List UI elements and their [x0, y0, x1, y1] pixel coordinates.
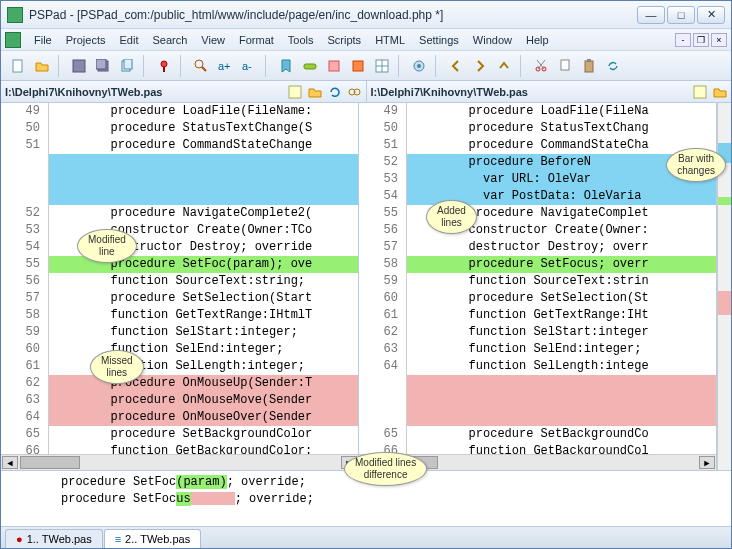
menu-html[interactable]: HTML	[368, 31, 412, 49]
right-code[interactable]: 49 procedure LoadFile(FileNa50 procedure…	[359, 103, 716, 454]
zoom-out-icon[interactable]: a-	[238, 55, 260, 77]
grid-icon[interactable]	[371, 55, 393, 77]
zoom-in-icon[interactable]: a+	[214, 55, 236, 77]
refresh-left-icon[interactable]	[328, 85, 342, 99]
mdi-close-button[interactable]: ×	[711, 33, 727, 47]
code-row[interactable]: 66 function GetBackgroundColor:	[1, 443, 358, 454]
code-row[interactable]: 52 procedure BeforeN	[359, 154, 716, 171]
svg-text:a-: a-	[242, 60, 252, 72]
left-hscroll[interactable]: ◄►	[1, 454, 358, 470]
code-row[interactable]: 59 function SourceText:strin	[359, 273, 716, 290]
left-pane: 49 procedure LoadFile(FileName:50 proced…	[1, 103, 359, 470]
code-row[interactable]: 59 function SelStart:integer;	[1, 324, 358, 341]
code-row[interactable]: 58 procedure SetFocus; overr	[359, 256, 716, 273]
next-diff-icon[interactable]	[469, 55, 491, 77]
find-icon[interactable]	[190, 55, 212, 77]
copy2-icon[interactable]	[554, 55, 576, 77]
up-diff-icon[interactable]	[493, 55, 515, 77]
tab-1-label: 1.. TWeb.pas	[27, 533, 92, 545]
menu-view[interactable]: View	[194, 31, 232, 49]
bookmark-icon[interactable]	[275, 55, 297, 77]
code-row[interactable]: 60 procedure SetSelection(St	[359, 290, 716, 307]
left-code[interactable]: 49 procedure LoadFile(FileName:50 proced…	[1, 103, 358, 454]
toggle-icon[interactable]	[299, 55, 321, 77]
code-row[interactable]	[1, 188, 358, 205]
code-row[interactable]: 51 procedure CommandStateCha	[359, 137, 716, 154]
code-row[interactable]: 50 procedure StatusTextChang	[359, 120, 716, 137]
open-file-icon[interactable]	[31, 55, 53, 77]
code-row[interactable]	[359, 375, 716, 392]
code-row[interactable]: 54 destructor Destroy; override	[1, 239, 358, 256]
code-row[interactable]: 53 var URL: OleVar	[359, 171, 716, 188]
paste-icon[interactable]	[578, 55, 600, 77]
code-row[interactable]: 54 var PostData: OleVaria	[359, 188, 716, 205]
settings-icon[interactable]	[408, 55, 430, 77]
open-left-icon[interactable]	[308, 85, 322, 99]
code-row[interactable]: 51 procedure CommandStateChange	[1, 137, 358, 154]
callout-added: Added lines	[426, 200, 477, 234]
tab-2[interactable]: ≡2.. TWeb.pas	[104, 529, 201, 548]
close-button[interactable]: ✕	[697, 6, 725, 24]
tab-1[interactable]: ●1.. TWeb.pas	[5, 529, 103, 548]
save-icon[interactable]	[68, 55, 90, 77]
code-row[interactable]: 60 function SelEnd:integer;	[1, 341, 358, 358]
code-row[interactable]: 56 constructor Create(Owner:	[359, 222, 716, 239]
menu-file[interactable]: File	[27, 31, 59, 49]
code-row[interactable]: 58 function GetTextRange:IHtmlT	[1, 307, 358, 324]
options-icon[interactable]	[323, 55, 345, 77]
line-number: 64	[359, 358, 407, 375]
menu-help[interactable]: Help	[519, 31, 556, 49]
code-row[interactable]: 62 function SelStart:integer	[359, 324, 716, 341]
new-file-icon[interactable]	[7, 55, 29, 77]
code-row[interactable]: 57 procedure SetSelection(Start	[1, 290, 358, 307]
mdi-restore-button[interactable]: ❐	[693, 33, 709, 47]
window-title: PSPad - [PSPad_com:/public_html/www/incl…	[29, 8, 637, 22]
compare-icon[interactable]	[348, 85, 362, 99]
menu-format[interactable]: Format	[232, 31, 281, 49]
code-row[interactable]: 49 procedure LoadFile(FileNa	[359, 103, 716, 120]
code-row[interactable]	[359, 409, 716, 426]
code-row[interactable]: 52 procedure NavigateComplete2(	[1, 205, 358, 222]
code-row[interactable]	[1, 154, 358, 171]
menu-search[interactable]: Search	[145, 31, 194, 49]
menu-projects[interactable]: Projects	[59, 31, 113, 49]
code-row[interactable]: 65 procedure SetBackgroundCo	[359, 426, 716, 443]
code-row[interactable]: 64 procedure OnMouseOver(Sender	[1, 409, 358, 426]
menu-window[interactable]: Window	[466, 31, 519, 49]
pin-icon[interactable]	[153, 55, 175, 77]
prev-diff-icon[interactable]	[445, 55, 467, 77]
mdi-minimize-button[interactable]: -	[675, 33, 691, 47]
menu-scripts[interactable]: Scripts	[321, 31, 369, 49]
code-row[interactable]: 56 function SourceText:string;	[1, 273, 358, 290]
copy-icon[interactable]	[116, 55, 138, 77]
code-row[interactable]: 65 procedure SetBackgroundColor	[1, 426, 358, 443]
open-right-icon[interactable]	[713, 85, 727, 99]
code-row[interactable]: 50 procedure StatusTextChange(S	[1, 120, 358, 137]
code-row[interactable]: 49 procedure LoadFile(FileName:	[1, 103, 358, 120]
line-text: procedure SetBackgroundColor	[49, 426, 358, 443]
code-row[interactable]: 61 function GetTextRange:IHt	[359, 307, 716, 324]
minimize-button[interactable]: —	[637, 6, 665, 24]
code-row[interactable]: 55 procedure NavigateComplet	[359, 205, 716, 222]
sync-icon[interactable]	[602, 55, 624, 77]
code-row[interactable]: 62 procedure OnMouseUp(Sender:T	[1, 375, 358, 392]
menu-settings[interactable]: Settings	[412, 31, 466, 49]
save-all-icon[interactable]	[92, 55, 114, 77]
maximize-button[interactable]: □	[667, 6, 695, 24]
options2-icon[interactable]	[347, 55, 369, 77]
code-row[interactable]: 55 procedure SetFoc(param); ove	[1, 256, 358, 273]
menu-edit[interactable]: Edit	[112, 31, 145, 49]
code-row[interactable]: 57 destructor Destroy; overr	[359, 239, 716, 256]
menu-tools[interactable]: Tools	[281, 31, 321, 49]
code-row[interactable]	[359, 392, 716, 409]
save-left-icon[interactable]	[288, 85, 302, 99]
code-row[interactable]: 61 function SelLength:integer;	[1, 358, 358, 375]
code-row[interactable]: 53 constructor Create(Owner:TCo	[1, 222, 358, 239]
code-row[interactable]: 63 procedure OnMouseMove(Sender	[1, 392, 358, 409]
save-right-icon[interactable]	[693, 85, 707, 99]
code-row[interactable]	[1, 171, 358, 188]
code-row[interactable]: 66 function GetBackgroundCol	[359, 443, 716, 454]
code-row[interactable]: 64 function SelLength:intege	[359, 358, 716, 375]
code-row[interactable]: 63 function SelEnd:integer;	[359, 341, 716, 358]
cut-icon[interactable]	[530, 55, 552, 77]
